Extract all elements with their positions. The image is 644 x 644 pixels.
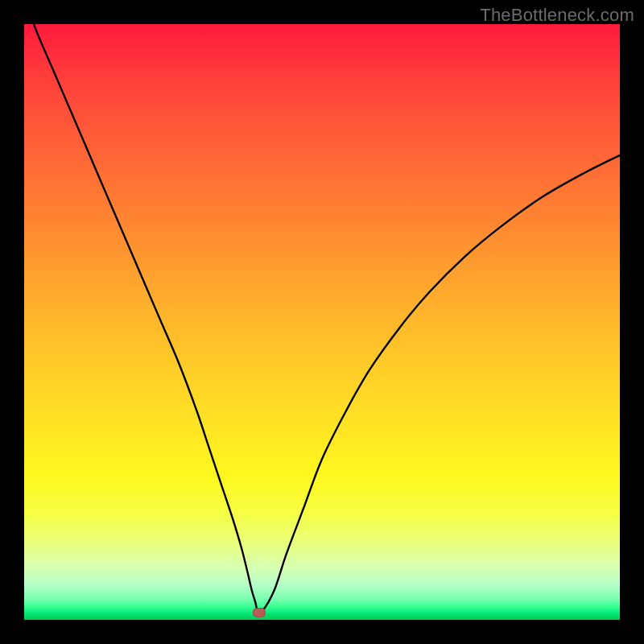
plot-area [24,24,620,620]
chart-frame: TheBottleneck.com [0,0,644,644]
bottleneck-curve [24,24,620,620]
minimum-marker [253,608,266,617]
watermark-text: TheBottleneck.com [480,5,634,26]
